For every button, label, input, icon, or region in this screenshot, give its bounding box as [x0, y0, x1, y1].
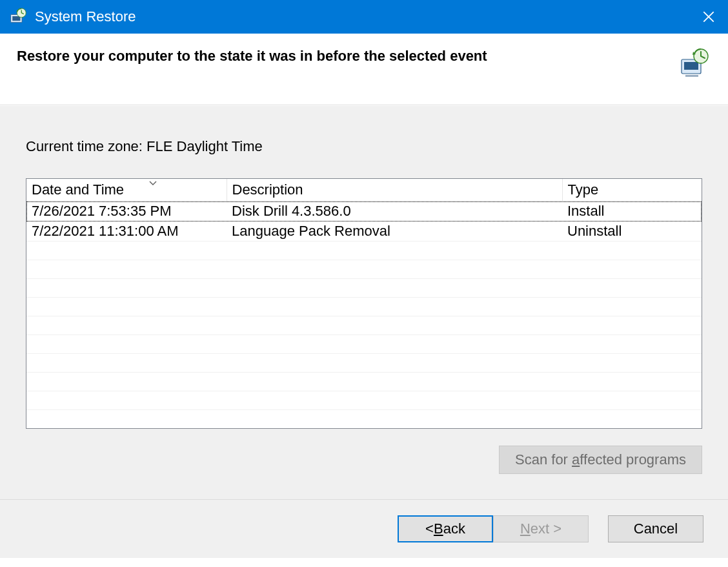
- table-row[interactable]: 7/22/2021 11:31:00 AM Language Pack Remo…: [26, 222, 702, 242]
- column-header-type[interactable]: Type: [562, 179, 702, 201]
- svg-rect-8: [685, 75, 698, 77]
- column-header-date[interactable]: Date and Time: [26, 179, 227, 201]
- cancel-label: Cancel: [634, 521, 678, 537]
- cell-type: Install: [562, 201, 702, 222]
- wizard-header: Restore your computer to the state it wa…: [0, 34, 728, 105]
- scan-button-pre: Scan for: [515, 451, 572, 468]
- window-title: System Restore: [35, 8, 689, 25]
- cancel-button[interactable]: Cancel: [608, 515, 703, 542]
- back-accel: B: [434, 521, 443, 537]
- column-header-description[interactable]: Description: [227, 179, 562, 201]
- back-pre: <: [425, 521, 434, 537]
- table-row-empty: [26, 391, 702, 410]
- scan-button-post: ffected programs: [580, 451, 686, 468]
- table-row-empty: [26, 242, 702, 260]
- titlebar: System Restore: [0, 0, 728, 34]
- column-header-type-label: Type: [568, 181, 599, 198]
- scan-button-accel: a: [572, 451, 580, 468]
- back-post: ack: [443, 521, 465, 537]
- column-header-date-label: Date and Time: [32, 181, 124, 198]
- table-row-empty: [26, 373, 702, 391]
- table-row-empty: [26, 410, 702, 429]
- cell-date: 7/26/2021 7:53:35 PM: [26, 201, 227, 222]
- next-post: ext >: [531, 521, 561, 537]
- table-row-empty: [26, 316, 702, 335]
- next-button[interactable]: Next >: [493, 515, 589, 542]
- system-restore-large-icon: [679, 48, 710, 79]
- cell-date: 7/22/2021 11:31:00 AM: [26, 222, 227, 242]
- svg-rect-7: [684, 62, 698, 70]
- table-row-empty: [26, 279, 702, 298]
- table-row-empty: [26, 335, 702, 354]
- table-row-empty: [26, 260, 702, 279]
- table-row-empty: [26, 354, 702, 373]
- table-row-empty: [26, 298, 702, 316]
- close-icon: [703, 11, 714, 23]
- scan-affected-programs-button[interactable]: Scan for affected programs: [499, 446, 702, 474]
- close-button[interactable]: [689, 0, 728, 34]
- cell-description: Disk Drill 4.3.586.0: [227, 201, 562, 222]
- table-row[interactable]: 7/26/2021 7:53:35 PM Disk Drill 4.3.586.…: [26, 201, 702, 222]
- cell-type: Uninstall: [562, 222, 702, 242]
- cell-description: Language Pack Removal: [227, 222, 562, 242]
- page-title: Restore your computer to the state it wa…: [17, 48, 679, 65]
- system-restore-icon: [8, 6, 28, 27]
- sort-descending-icon: [149, 179, 157, 188]
- column-header-description-label: Description: [232, 181, 303, 198]
- timezone-label: Current time zone: FLE Daylight Time: [26, 138, 702, 155]
- restore-points-table[interactable]: Date and Time Description Type 7/26/20: [26, 178, 702, 429]
- wizard-body: Current time zone: FLE Daylight Time Dat…: [0, 105, 728, 499]
- back-button[interactable]: < Back: [398, 515, 493, 542]
- next-accel: N: [520, 521, 531, 537]
- wizard-footer: < Back Next > Cancel: [0, 499, 728, 558]
